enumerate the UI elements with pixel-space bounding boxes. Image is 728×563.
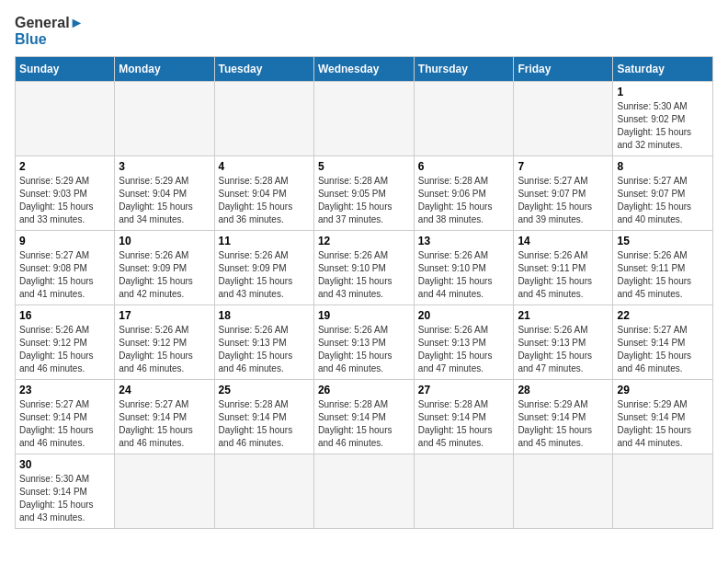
day-info: Sunrise: 5:30 AM Sunset: 9:14 PM Dayligh… (19, 473, 110, 524)
day-info: Sunrise: 5:26 AM Sunset: 9:13 PM Dayligh… (418, 324, 510, 375)
calendar-cell: 18Sunrise: 5:26 AM Sunset: 9:13 PM Dayli… (214, 305, 313, 380)
header-friday: Friday (514, 57, 613, 82)
calendar-cell: 30Sunrise: 5:30 AM Sunset: 9:14 PM Dayli… (16, 454, 115, 529)
calendar-cell: 16Sunrise: 5:26 AM Sunset: 9:12 PM Dayli… (16, 305, 115, 380)
page-header: General► Blue (15, 15, 713, 47)
day-number: 5 (318, 160, 410, 173)
day-info: Sunrise: 5:29 AM Sunset: 9:14 PM Dayligh… (518, 398, 609, 450)
calendar-week-3: 9Sunrise: 5:27 AM Sunset: 9:08 PM Daylig… (16, 231, 713, 305)
day-info: Sunrise: 5:26 AM Sunset: 9:10 PM Dayligh… (418, 249, 510, 301)
day-info: Sunrise: 5:26 AM Sunset: 9:13 PM Dayligh… (318, 324, 410, 375)
calendar-cell: 8Sunrise: 5:27 AM Sunset: 9:07 PM Daylig… (613, 156, 713, 231)
day-info: Sunrise: 5:26 AM Sunset: 9:11 PM Dayligh… (617, 249, 709, 301)
day-info: Sunrise: 5:27 AM Sunset: 9:08 PM Dayligh… (19, 249, 110, 301)
calendar-cell: 29Sunrise: 5:29 AM Sunset: 9:14 PM Dayli… (613, 380, 713, 454)
calendar-cell (613, 454, 713, 529)
day-number: 30 (19, 458, 110, 471)
calendar-cell: 5Sunrise: 5:28 AM Sunset: 9:05 PM Daylig… (313, 156, 414, 231)
logo-container: General► Blue (15, 15, 84, 47)
day-number: 21 (518, 309, 609, 322)
calendar-cell (214, 454, 313, 529)
calendar-cell: 6Sunrise: 5:28 AM Sunset: 9:06 PM Daylig… (414, 156, 514, 231)
day-info: Sunrise: 5:27 AM Sunset: 9:14 PM Dayligh… (617, 324, 709, 375)
calendar-header-row: SundayMondayTuesdayWednesdayThursdayFrid… (16, 57, 713, 82)
day-info: Sunrise: 5:28 AM Sunset: 9:14 PM Dayligh… (318, 398, 410, 450)
day-number: 2 (19, 160, 110, 173)
header-sunday: Sunday (16, 57, 115, 82)
calendar-cell: 21Sunrise: 5:26 AM Sunset: 9:13 PM Dayli… (514, 305, 613, 380)
calendar-week-4: 16Sunrise: 5:26 AM Sunset: 9:12 PM Dayli… (16, 305, 713, 380)
header-thursday: Thursday (414, 57, 514, 82)
day-number: 1 (617, 86, 709, 98)
header-tuesday: Tuesday (214, 57, 313, 82)
day-info: Sunrise: 5:26 AM Sunset: 9:09 PM Dayligh… (119, 249, 210, 301)
day-info: Sunrise: 5:27 AM Sunset: 9:07 PM Dayligh… (617, 175, 709, 226)
day-number: 17 (119, 309, 210, 322)
day-number: 6 (418, 160, 510, 173)
day-number: 9 (19, 235, 110, 247)
day-info: Sunrise: 5:28 AM Sunset: 9:14 PM Dayligh… (219, 398, 310, 450)
day-info: Sunrise: 5:30 AM Sunset: 9:02 PM Dayligh… (617, 100, 709, 152)
day-number: 20 (418, 309, 510, 322)
calendar-cell (313, 454, 414, 529)
day-info: Sunrise: 5:26 AM Sunset: 9:12 PM Dayligh… (19, 324, 110, 375)
logo-general: General► (15, 15, 84, 31)
calendar-cell: 15Sunrise: 5:26 AM Sunset: 9:11 PM Dayli… (613, 231, 713, 305)
calendar-cell: 14Sunrise: 5:26 AM Sunset: 9:11 PM Dayli… (514, 231, 613, 305)
day-number: 10 (119, 235, 210, 247)
calendar-cell: 23Sunrise: 5:27 AM Sunset: 9:14 PM Dayli… (16, 380, 115, 454)
day-number: 25 (219, 384, 310, 396)
calendar-cell (313, 82, 414, 156)
day-number: 13 (418, 235, 510, 247)
day-number: 28 (518, 384, 609, 396)
calendar-cell: 20Sunrise: 5:26 AM Sunset: 9:13 PM Dayli… (414, 305, 514, 380)
day-info: Sunrise: 5:29 AM Sunset: 9:14 PM Dayligh… (617, 398, 709, 450)
day-info: Sunrise: 5:26 AM Sunset: 9:09 PM Dayligh… (219, 249, 310, 301)
day-number: 8 (617, 160, 709, 173)
calendar-cell: 10Sunrise: 5:26 AM Sunset: 9:09 PM Dayli… (115, 231, 214, 305)
day-number: 15 (617, 235, 709, 247)
calendar-cell: 28Sunrise: 5:29 AM Sunset: 9:14 PM Dayli… (514, 380, 613, 454)
header-wednesday: Wednesday (313, 57, 414, 82)
header-monday: Monday (115, 57, 214, 82)
day-info: Sunrise: 5:27 AM Sunset: 9:14 PM Dayligh… (119, 398, 210, 450)
day-number: 27 (418, 384, 510, 396)
day-info: Sunrise: 5:29 AM Sunset: 9:04 PM Dayligh… (119, 175, 210, 226)
day-info: Sunrise: 5:26 AM Sunset: 9:12 PM Dayligh… (119, 324, 210, 375)
calendar-cell: 2Sunrise: 5:29 AM Sunset: 9:03 PM Daylig… (16, 156, 115, 231)
calendar-week-5: 23Sunrise: 5:27 AM Sunset: 9:14 PM Dayli… (16, 380, 713, 454)
day-number: 3 (119, 160, 210, 173)
calendar-cell (514, 82, 613, 156)
day-info: Sunrise: 5:26 AM Sunset: 9:13 PM Dayligh… (518, 324, 609, 375)
calendar-cell: 1Sunrise: 5:30 AM Sunset: 9:02 PM Daylig… (613, 82, 713, 156)
calendar-cell: 25Sunrise: 5:28 AM Sunset: 9:14 PM Dayli… (214, 380, 313, 454)
day-number: 4 (219, 160, 310, 173)
calendar-cell (115, 454, 214, 529)
calendar-week-2: 2Sunrise: 5:29 AM Sunset: 9:03 PM Daylig… (16, 156, 713, 231)
day-number: 14 (518, 235, 609, 247)
day-info: Sunrise: 5:28 AM Sunset: 9:05 PM Dayligh… (318, 175, 410, 226)
logo: General► Blue (15, 15, 84, 47)
calendar-cell: 12Sunrise: 5:26 AM Sunset: 9:10 PM Dayli… (313, 231, 414, 305)
calendar-table: SundayMondayTuesdayWednesdayThursdayFrid… (15, 56, 713, 529)
calendar-cell: 17Sunrise: 5:26 AM Sunset: 9:12 PM Dayli… (115, 305, 214, 380)
calendar-week-1: 1Sunrise: 5:30 AM Sunset: 9:02 PM Daylig… (16, 82, 713, 156)
calendar-cell: 13Sunrise: 5:26 AM Sunset: 9:10 PM Dayli… (414, 231, 514, 305)
day-number: 19 (318, 309, 410, 322)
calendar-cell (16, 82, 115, 156)
calendar-cell (214, 82, 313, 156)
calendar-cell: 26Sunrise: 5:28 AM Sunset: 9:14 PM Dayli… (313, 380, 414, 454)
calendar-cell: 7Sunrise: 5:27 AM Sunset: 9:07 PM Daylig… (514, 156, 613, 231)
calendar-cell: 11Sunrise: 5:26 AM Sunset: 9:09 PM Dayli… (214, 231, 313, 305)
logo-blue: Blue (15, 31, 84, 48)
day-info: Sunrise: 5:28 AM Sunset: 9:14 PM Dayligh… (418, 398, 510, 450)
day-number: 11 (219, 235, 310, 247)
day-number: 18 (219, 309, 310, 322)
day-info: Sunrise: 5:27 AM Sunset: 9:07 PM Dayligh… (518, 175, 609, 226)
calendar-cell: 4Sunrise: 5:28 AM Sunset: 9:04 PM Daylig… (214, 156, 313, 231)
calendar-cell: 24Sunrise: 5:27 AM Sunset: 9:14 PM Dayli… (115, 380, 214, 454)
calendar-cell (514, 454, 613, 529)
calendar-week-6: 30Sunrise: 5:30 AM Sunset: 9:14 PM Dayli… (16, 454, 713, 529)
day-info: Sunrise: 5:27 AM Sunset: 9:14 PM Dayligh… (19, 398, 110, 450)
day-number: 23 (19, 384, 110, 396)
